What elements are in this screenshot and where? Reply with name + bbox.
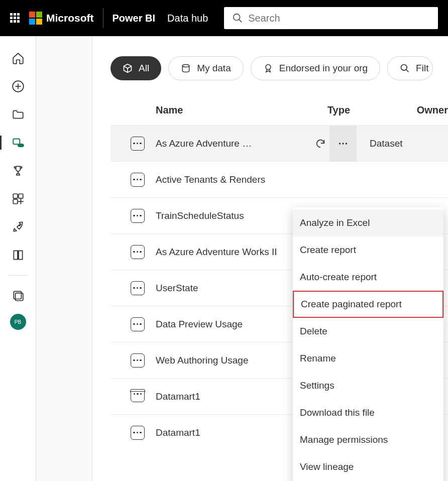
context-menu-item[interactable]: Settings: [293, 372, 443, 399]
app-launcher-icon[interactable]: [10, 13, 20, 23]
rocket-icon: [12, 220, 25, 233]
chip-all-label: All: [139, 63, 149, 74]
svg-point-11: [19, 225, 20, 226]
svg-rect-14: [15, 293, 23, 301]
row-more-button[interactable]: [329, 162, 357, 198]
context-menu-item[interactable]: Auto-create report: [293, 264, 443, 291]
context-menu-item[interactable]: Delete: [293, 318, 443, 345]
search-input[interactable]: [248, 13, 430, 24]
svg-rect-13: [14, 291, 21, 299]
svg-line-1: [239, 20, 242, 23]
book-icon: [12, 249, 25, 262]
chip-endorsed[interactable]: Endorsed in your org: [251, 56, 380, 80]
svg-point-0: [234, 14, 240, 21]
svg-rect-8: [13, 194, 18, 198]
data-hub-icon: [12, 136, 25, 149]
context-menu-item[interactable]: Manage permissions: [293, 426, 443, 453]
dataset-icon: [131, 317, 145, 331]
col-header-type[interactable]: Type: [327, 104, 417, 116]
row-name: UserState: [156, 283, 311, 294]
nav-create[interactable]: [6, 74, 30, 98]
chip-endorsed-label: Endorsed in your org: [279, 63, 368, 74]
page-title[interactable]: Data hub: [167, 13, 208, 24]
context-menu: Analyze in ExcelCreate reportAuto-create…: [293, 207, 443, 481]
table-header: Name Type Owner: [110, 95, 448, 125]
apps-icon: [12, 192, 25, 205]
dataset-icon: [131, 209, 145, 223]
nav-deployment[interactable]: [6, 215, 30, 239]
table-row[interactable]: As Azure Adventure …DatasetBrad S: [110, 125, 448, 161]
row-name: Datamart1: [156, 391, 311, 402]
svg-rect-5: [13, 139, 20, 144]
database-icon: [181, 63, 191, 73]
row-icon-cell: [120, 353, 156, 368]
cube-icon: [123, 63, 133, 73]
dataset-icon: [131, 281, 145, 295]
row-icon-cell: [120, 317, 156, 331]
microsoft-text: Microsoft: [46, 12, 94, 24]
nav-workspaces[interactable]: [6, 284, 30, 308]
search-icon: [232, 13, 243, 24]
context-menu-item[interactable]: Create paginated report: [293, 291, 443, 318]
datamart-icon: [131, 391, 145, 402]
row-name: Data Preview Usage: [156, 319, 311, 330]
chip-filter-label: Filt: [416, 63, 428, 74]
row-icon-cell: [120, 426, 156, 440]
dataset-icon: [131, 137, 145, 151]
refresh-icon: [315, 138, 326, 149]
workspaces-icon: [12, 289, 25, 302]
context-menu-item[interactable]: Download this file: [293, 399, 443, 426]
folder-icon: [12, 108, 25, 121]
table-row[interactable]: Active Tenants & Renders: [110, 161, 448, 197]
row-name: Web Authoring Usage: [156, 355, 311, 366]
row-icon-cell: [120, 245, 156, 259]
context-menu-item[interactable]: Rename: [293, 345, 443, 372]
row-name: As Azure Adventure …: [156, 138, 311, 149]
svg-point-15: [182, 65, 189, 67]
collapsed-panel: [36, 36, 92, 481]
row-type: Dataset: [357, 138, 447, 149]
nav-browse[interactable]: [6, 102, 30, 127]
filter-chips: All My data Endorsed in your org Filt: [110, 56, 448, 80]
svg-point-19: [339, 143, 341, 144]
dataset-icon: [131, 353, 145, 368]
top-bar: Microsoft Power BI Data hub: [0, 0, 448, 36]
row-name: Active Tenants & Renders: [156, 174, 311, 185]
user-avatar[interactable]: PB: [10, 314, 26, 330]
left-nav-rail: PB: [0, 36, 36, 481]
context-menu-item[interactable]: Analyze in Excel: [293, 209, 443, 236]
row-name: TrainScheduleStatus: [156, 210, 311, 221]
col-header-owner[interactable]: Owner: [417, 104, 448, 116]
ribbon-icon: [263, 63, 273, 73]
divider: [103, 8, 103, 28]
chip-mydata-label: My data: [197, 63, 231, 74]
nav-learn[interactable]: [6, 243, 30, 267]
search-box[interactable]: [224, 7, 438, 29]
microsoft-logo[interactable]: Microsoft: [29, 12, 94, 25]
row-icon-cell: [120, 391, 156, 402]
svg-point-20: [342, 143, 344, 144]
svg-point-16: [266, 65, 271, 70]
chip-filter-keyword[interactable]: Filt: [387, 56, 433, 80]
context-menu-item[interactable]: View lineage: [293, 453, 443, 480]
chip-mydata[interactable]: My data: [168, 56, 244, 80]
nav-metrics[interactable]: [6, 159, 30, 183]
microsoft-logo-icon: [29, 12, 42, 25]
row-icon-cell: [120, 281, 156, 295]
row-more-button[interactable]: [329, 126, 357, 162]
dataset-icon: [131, 426, 145, 440]
rail-separator: [8, 275, 28, 276]
product-name[interactable]: Power BI: [113, 13, 156, 24]
nav-apps[interactable]: [6, 187, 30, 211]
nav-data-hub[interactable]: [6, 131, 30, 155]
context-menu-item[interactable]: Create report: [293, 236, 443, 264]
nav-home[interactable]: [6, 46, 30, 70]
row-refresh[interactable]: [311, 138, 329, 149]
row-name: As Azure Adventure Works II: [156, 247, 311, 258]
chip-all[interactable]: All: [110, 56, 161, 80]
trophy-icon: [12, 164, 25, 177]
svg-line-18: [406, 70, 409, 72]
dataset-icon: [131, 173, 145, 187]
col-header-name[interactable]: Name: [156, 104, 327, 116]
search-icon: [400, 63, 410, 73]
